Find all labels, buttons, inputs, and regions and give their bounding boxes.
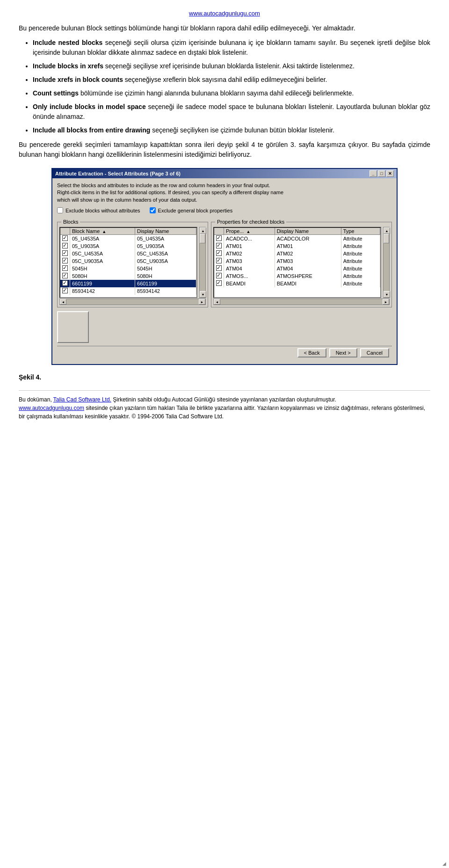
row-checkbox[interactable] xyxy=(62,243,68,248)
row-checkbox-cell[interactable] xyxy=(214,257,224,265)
blocks-horiz-track[interactable] xyxy=(66,299,199,305)
row-checkbox[interactable] xyxy=(216,243,222,248)
prop-type-cell: Attribute xyxy=(341,235,380,243)
props-scroll-thumb[interactable] xyxy=(384,234,389,243)
row-checkbox[interactable] xyxy=(62,258,68,263)
table-row[interactable]: ATMOS...ATMOSHPEREAttribute xyxy=(214,272,380,280)
row-checkbox-cell[interactable] xyxy=(214,242,224,250)
table-row[interactable]: 05C_U4535A05C_U4535A xyxy=(60,250,196,257)
footer-company-link[interactable]: Talia Cad Software Ltd. xyxy=(53,396,111,403)
bullet-list: Include nested blocks seçeneği seçili ol… xyxy=(33,38,430,135)
table-row[interactable]: 05C_U9035A05C_U9035A xyxy=(60,257,196,265)
row-checkbox[interactable] xyxy=(62,235,68,241)
exclude-general-label: Exclude general block properties xyxy=(158,208,233,213)
row-checkbox[interactable] xyxy=(216,280,222,286)
row-checkbox[interactable] xyxy=(216,273,222,278)
row-checkbox[interactable] xyxy=(216,235,222,241)
row-checkbox-cell[interactable] xyxy=(60,287,70,295)
row-checkbox-cell[interactable] xyxy=(214,280,224,287)
props-scroll-right[interactable]: ► xyxy=(383,299,389,305)
footer-url-link[interactable]: www.autocadgunlugu.com xyxy=(19,405,84,411)
props-horiz-scrollbar[interactable]: ◄ ► xyxy=(213,299,390,305)
attribute-extraction-dialog: Attribute Extraction - Select Attributes… xyxy=(51,168,398,365)
props-scroll-track[interactable] xyxy=(384,234,389,291)
blocks-table-wrap: Block Name ▲ Display Name 05_U4535A05_U4… xyxy=(59,227,197,298)
props-scroll-up[interactable]: ▲ xyxy=(384,227,390,234)
row-checkbox[interactable] xyxy=(62,250,68,256)
blocks-displayname-col: Display Name xyxy=(135,228,196,235)
exclude-general-checkbox[interactable] xyxy=(150,207,156,213)
table-row[interactable]: 5080H5080H xyxy=(60,272,196,280)
bullet-item: Include blocks in xrefs seçeneği seçiliy… xyxy=(33,61,430,71)
table-row[interactable]: ATM03ATM03Attribute xyxy=(214,257,380,265)
table-row[interactable]: 8593414285934142 xyxy=(60,287,196,295)
row-checkbox-cell[interactable] xyxy=(60,250,70,257)
prop-display-name-cell: ATM03 xyxy=(275,257,341,265)
props-scrollbar[interactable]: ▲ ▼ xyxy=(383,227,390,298)
row-checkbox[interactable] xyxy=(62,288,68,293)
props-horiz-track[interactable] xyxy=(220,299,383,305)
block-name-cell: 05C_U9035A xyxy=(70,257,135,265)
big-action-button[interactable] xyxy=(57,311,89,343)
row-checkbox-cell[interactable] xyxy=(214,265,224,272)
display-name-cell: 5080H xyxy=(135,272,196,280)
maximize-button[interactable]: □ xyxy=(378,170,385,177)
table-row[interactable]: 05_U4535A05_U4535A xyxy=(60,235,196,243)
bullet-item: Only include blocks in model space seçen… xyxy=(33,102,430,122)
table-row[interactable]: ATM02ATM02Attribute xyxy=(214,250,380,257)
table-row[interactable]: ACADCO...ACADCOLORAttribute xyxy=(214,235,380,243)
prop-type-cell: Attribute xyxy=(341,272,380,280)
blocks-scroll-left[interactable]: ◄ xyxy=(60,299,66,305)
blocks-scroll-thumb[interactable] xyxy=(200,234,205,243)
row-checkbox-cell[interactable] xyxy=(214,250,224,257)
table-row[interactable]: 5045H5045H xyxy=(60,265,196,272)
exclude-blocks-row: Exclude blocks without attributes xyxy=(57,207,140,213)
blockname-sort-icon: ▲ xyxy=(102,229,106,234)
exclude-blocks-checkbox[interactable] xyxy=(57,207,63,213)
block-name-cell: 05_U9035A xyxy=(70,242,135,250)
table-row[interactable]: BEAMDIBEAMDIAttribute xyxy=(214,280,380,287)
blocks-scroll-up[interactable]: ▲ xyxy=(200,227,206,234)
block-name-cell: 5080H xyxy=(70,272,135,280)
row-checkbox-cell[interactable] xyxy=(60,272,70,280)
row-checkbox[interactable] xyxy=(62,280,68,286)
blocks-horiz-scrollbar[interactable]: ◄ ► xyxy=(59,299,206,305)
row-checkbox-cell[interactable] xyxy=(60,235,70,243)
display-name-cell: 05_U9035A xyxy=(135,242,196,250)
blocks-table: Block Name ▲ Display Name 05_U4535A05_U4… xyxy=(60,228,196,295)
prop-display-name-cell: ATMOSHPERE xyxy=(275,272,341,280)
footer-prefix: Bu doküman, xyxy=(19,396,53,403)
row-checkbox[interactable] xyxy=(216,250,222,256)
minimize-button[interactable]: _ xyxy=(369,170,377,177)
blocks-scroll-right[interactable]: ► xyxy=(199,299,205,305)
row-checkbox-cell[interactable] xyxy=(60,257,70,265)
props-scroll-down[interactable]: ▼ xyxy=(384,291,390,298)
blocks-scroll-track[interactable] xyxy=(200,234,205,291)
top-url[interactable]: www.autocadgunlugu.com xyxy=(19,9,430,17)
section-label: Şekil 4. xyxy=(19,373,430,381)
row-checkbox-cell[interactable] xyxy=(60,242,70,250)
row-checkbox[interactable] xyxy=(216,265,222,271)
table-row[interactable]: 66011996601199 xyxy=(60,280,196,287)
close-button[interactable]: ✕ xyxy=(386,170,394,177)
props-scroll-left[interactable]: ◄ xyxy=(214,299,220,305)
row-checkbox-cell[interactable] xyxy=(214,272,224,280)
cancel-button[interactable]: Cancel xyxy=(360,348,389,357)
prop-display-name-cell: ACADCOLOR xyxy=(275,235,341,243)
row-checkbox[interactable] xyxy=(62,265,68,271)
row-checkbox[interactable] xyxy=(216,258,222,263)
back-button[interactable]: < Back xyxy=(297,348,326,357)
table-row[interactable]: ATM01ATM01Attribute xyxy=(214,242,380,250)
row-checkbox-cell[interactable] xyxy=(60,265,70,272)
table-row[interactable]: ATM04ATM04Attribute xyxy=(214,265,380,272)
row-checkbox-cell[interactable] xyxy=(60,280,70,287)
row-checkbox[interactable] xyxy=(62,273,68,278)
next-button[interactable]: Next > xyxy=(329,348,357,357)
row-checkbox-cell[interactable] xyxy=(214,235,224,243)
website-link[interactable]: www.autocadgunlugu.com xyxy=(189,10,260,17)
dialog-description: Select the blocks and attributes to incl… xyxy=(57,182,392,204)
blocks-scroll-down[interactable]: ▼ xyxy=(200,291,206,298)
blocks-scrollbar[interactable]: ▲ ▼ xyxy=(199,227,206,298)
resize-handle[interactable]: ◢ xyxy=(442,861,448,867)
table-row[interactable]: 05_U9035A05_U9035A xyxy=(60,242,196,250)
